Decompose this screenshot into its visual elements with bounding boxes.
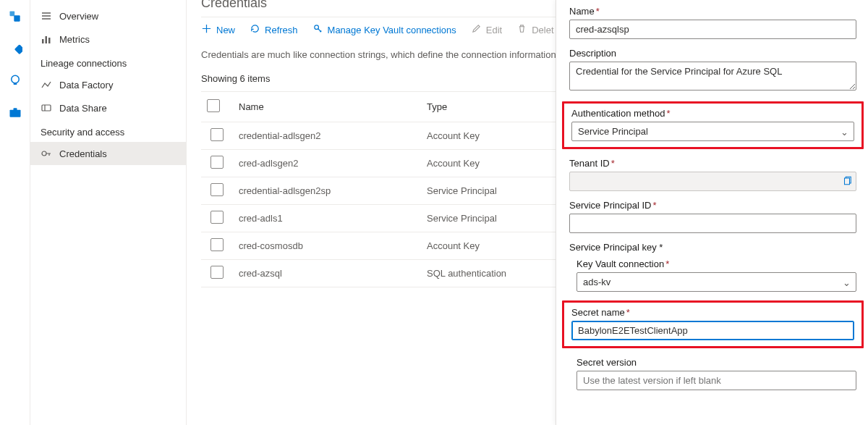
btn-label: Delet bbox=[532, 25, 553, 35]
secret-version-label: Secret version bbox=[576, 357, 856, 368]
nav-label: Overview bbox=[59, 11, 98, 22]
row-checkbox[interactable] bbox=[210, 238, 224, 251]
svg-rect-9 bbox=[48, 38, 51, 43]
svg-point-11 bbox=[42, 151, 46, 156]
row-checkbox[interactable] bbox=[210, 211, 224, 224]
row-checkbox[interactable] bbox=[210, 128, 224, 141]
plus-icon bbox=[201, 23, 212, 36]
kv-connection-select[interactable] bbox=[576, 272, 856, 292]
rail-bulb-icon[interactable] bbox=[7, 72, 23, 88]
svg-point-3 bbox=[11, 75, 19, 83]
svg-rect-2 bbox=[14, 44, 22, 54]
secret-name-label: Secret name* bbox=[571, 307, 854, 318]
svg-rect-7 bbox=[42, 39, 44, 43]
name-input[interactable] bbox=[569, 20, 856, 39]
pencil-icon bbox=[471, 23, 482, 36]
svg-rect-6 bbox=[13, 108, 17, 110]
btn-label: Manage Key Vault connections bbox=[328, 25, 456, 35]
svg-rect-1 bbox=[14, 15, 20, 21]
rail-source-icon[interactable] bbox=[7, 9, 23, 25]
tenant-id-input bbox=[569, 172, 856, 191]
overview-icon bbox=[41, 10, 52, 22]
row-checkbox[interactable] bbox=[210, 156, 224, 169]
credential-edit-panel: Name* Description Credential for the Ser… bbox=[556, 0, 868, 425]
secret-name-input[interactable] bbox=[571, 321, 854, 340]
row-checkbox[interactable] bbox=[210, 183, 224, 196]
nav-overview[interactable]: Overview bbox=[30, 4, 186, 28]
btn-label: Refresh bbox=[265, 25, 298, 35]
nav-label: Credentials bbox=[59, 148, 107, 159]
btn-label: Edit bbox=[486, 25, 502, 35]
svg-rect-10 bbox=[42, 105, 51, 111]
secret-version-input[interactable] bbox=[576, 371, 856, 390]
key-icon bbox=[312, 23, 323, 36]
rail-briefcase-icon[interactable] bbox=[7, 104, 23, 120]
section-lineage: Lineage connections bbox=[30, 51, 186, 73]
copy-icon[interactable] bbox=[842, 175, 852, 188]
sp-id-input[interactable] bbox=[569, 214, 856, 233]
edit-button: Edit bbox=[471, 23, 502, 36]
description-input[interactable]: Credential for the Service Principal for… bbox=[569, 62, 856, 91]
btn-label: New bbox=[216, 25, 235, 35]
nav-credentials[interactable]: Credentials bbox=[30, 142, 186, 165]
row-name: cred-adls1 bbox=[233, 205, 421, 232]
refresh-icon bbox=[250, 23, 260, 36]
refresh-button[interactable]: Refresh bbox=[250, 23, 298, 36]
row-name: cred-azsql bbox=[233, 260, 421, 287]
nav-metrics[interactable]: Metrics bbox=[30, 28, 186, 51]
row-name: cred-cosmosdb bbox=[233, 232, 421, 260]
delete-button: Delet bbox=[516, 23, 553, 36]
new-button[interactable]: New bbox=[201, 23, 235, 36]
select-all-checkbox[interactable] bbox=[207, 99, 220, 112]
tenant-id-label: Tenant ID* bbox=[569, 158, 856, 169]
svg-rect-8 bbox=[46, 36, 48, 43]
auth-method-label: Authentication method* bbox=[571, 108, 854, 119]
auth-method-select[interactable] bbox=[571, 122, 854, 141]
sidebar: Overview Metrics Lineage connections Dat… bbox=[30, 0, 187, 425]
svg-rect-13 bbox=[845, 178, 850, 185]
metrics-icon bbox=[41, 33, 52, 45]
manage-kv-button[interactable]: Manage Key Vault connections bbox=[312, 23, 456, 36]
rail-diamond-icon[interactable] bbox=[7, 41, 23, 56]
nav-data-share[interactable]: Data Share bbox=[30, 96, 186, 119]
secret-name-highlight: Secret name* bbox=[562, 300, 864, 348]
row-name: credential-adlsgen2 bbox=[233, 122, 421, 150]
svg-rect-0 bbox=[9, 12, 14, 17]
factory-icon bbox=[41, 79, 52, 91]
nav-data-factory[interactable]: Data Factory bbox=[30, 73, 186, 96]
nav-label: Metrics bbox=[59, 34, 90, 45]
description-label: Description bbox=[569, 48, 856, 59]
main: Credentials New Refresh Manage Key Vault… bbox=[187, 0, 868, 425]
sp-key-label: Service Principal key * bbox=[569, 242, 856, 253]
row-checkbox[interactable] bbox=[210, 266, 224, 279]
svg-rect-5 bbox=[9, 110, 20, 117]
trash-icon bbox=[516, 23, 527, 36]
sp-id-label: Service Principal ID* bbox=[569, 200, 856, 211]
section-security: Security and access bbox=[30, 119, 186, 142]
nav-label: Data Factory bbox=[59, 80, 113, 91]
kv-connection-label: Key Vault connection* bbox=[576, 258, 856, 269]
credentials-icon bbox=[41, 148, 52, 159]
row-name: cred-adlsgen2 bbox=[233, 150, 421, 177]
name-label: Name* bbox=[569, 6, 856, 17]
icon-rail bbox=[0, 0, 30, 425]
auth-method-highlight: Authentication method* ⌄ bbox=[562, 101, 864, 149]
col-name[interactable]: Name bbox=[233, 92, 421, 122]
svg-rect-4 bbox=[13, 83, 17, 85]
row-name: credential-adlsgen2sp bbox=[233, 177, 421, 205]
share-icon bbox=[41, 102, 52, 114]
nav-label: Data Share bbox=[59, 103, 107, 114]
